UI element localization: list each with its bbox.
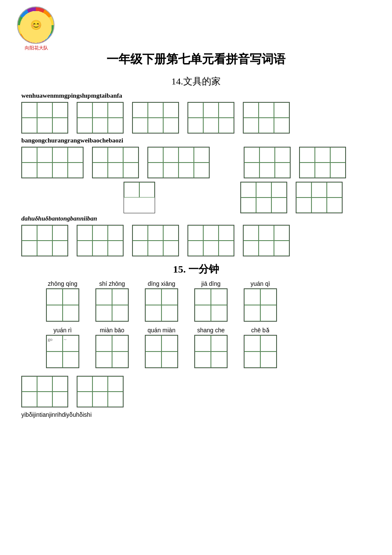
word-pinyin: miàn bāo [100, 327, 124, 334]
cell-written: go [46, 335, 63, 352]
char-grid-3-3 [132, 225, 179, 256]
cell [163, 225, 179, 241]
cell [243, 118, 259, 133]
char-grid-15-2 [95, 288, 129, 322]
bottom-section: yibδijintianjinrihdiyδuhδishi [21, 376, 375, 418]
cell [315, 147, 330, 163]
grid-row-3b [17, 225, 375, 256]
cell [274, 118, 289, 133]
word-pinyin: zhōng qíng [48, 280, 77, 287]
cell [274, 225, 289, 241]
cell [37, 241, 52, 256]
cell [52, 392, 68, 407]
cell [22, 376, 37, 392]
word-pinyin: yuán qì [251, 280, 270, 287]
cell [112, 352, 128, 368]
cell [244, 352, 260, 368]
cell [22, 163, 37, 178]
word-pinyin: shí zhōng [99, 280, 125, 287]
cell [77, 225, 92, 241]
word-pinyin: chē bǎ [251, 327, 269, 334]
cell [211, 289, 227, 305]
cell [145, 305, 161, 321]
cell [96, 352, 112, 368]
cell [92, 102, 108, 118]
cell [68, 163, 83, 178]
char-grid-2-4 [244, 147, 291, 178]
cell [260, 335, 277, 352]
cell [96, 335, 112, 352]
cell [92, 163, 108, 178]
cell [274, 102, 289, 118]
cell [37, 118, 52, 133]
cell [330, 147, 346, 163]
cell [92, 225, 108, 241]
cell [203, 118, 219, 133]
word-pinyin: dīng xiāng [148, 280, 176, 287]
cell [92, 147, 108, 163]
cell [244, 289, 260, 305]
cell [77, 392, 92, 407]
char-grid-2-2 [92, 147, 139, 178]
cell [52, 241, 68, 256]
cell [296, 198, 311, 213]
char-grid-1-2 [77, 102, 124, 134]
section15-words-row2: yuán rì go ~ miàn bāo [17, 327, 375, 368]
cell [211, 335, 227, 352]
page-title: 一年级下册第七单元看拼音写词语 [17, 51, 375, 67]
cell [22, 392, 37, 407]
section-14: 14.文具的家 wenhuawenmmgpingshıpmgtaibanfa [17, 75, 375, 256]
word-group-yuan-ri: yuán rì go ~ [46, 327, 79, 368]
cell [271, 198, 287, 213]
cell [241, 182, 256, 198]
char-grid-3-2 [77, 225, 124, 256]
cell [92, 392, 108, 407]
cell [112, 305, 128, 321]
cell [77, 241, 92, 256]
cell [211, 305, 227, 321]
cell [22, 147, 37, 163]
cell [244, 163, 259, 178]
cell [63, 305, 79, 321]
char-grid-15-7 [95, 335, 129, 368]
sunflower-logo: 😊 [17, 6, 55, 44]
cell [108, 118, 123, 133]
cell [188, 118, 203, 133]
cell [327, 198, 342, 213]
cell [92, 376, 108, 392]
cell [300, 147, 315, 163]
cell [37, 102, 52, 118]
char-grid-3-r1 [240, 182, 287, 213]
cell [22, 241, 37, 256]
cell [37, 225, 52, 241]
sunflower-face: 😊 [25, 14, 47, 36]
word-group-yuan-qi: yuán qì [244, 280, 277, 322]
cell [52, 225, 68, 241]
cell [96, 305, 112, 321]
char-grid-bottom-2 [77, 376, 124, 407]
cell [133, 102, 148, 118]
cell [108, 147, 123, 163]
cell [203, 102, 219, 118]
cell [68, 147, 83, 163]
cell [195, 305, 211, 321]
cell [241, 198, 256, 213]
grid-row-1 [17, 102, 375, 134]
cell [219, 225, 234, 241]
cell [161, 305, 178, 321]
cell [139, 182, 155, 198]
cell [22, 118, 37, 133]
cell [77, 376, 92, 392]
cell [148, 163, 163, 178]
cell [52, 147, 68, 163]
cell [163, 163, 179, 178]
cell [124, 182, 139, 198]
cell-written: ~ [63, 335, 79, 352]
cell [330, 163, 346, 178]
cell [259, 225, 274, 241]
char-grid-2-5 [299, 147, 346, 178]
cell [259, 241, 274, 256]
section-15: 15. 一分钟 zhōng qíng shí zhōng [17, 262, 375, 418]
section-15-title: 15. 一分钟 [17, 262, 375, 276]
pinyin-row3: dahuδhuδbantongbanniiban [21, 215, 375, 222]
